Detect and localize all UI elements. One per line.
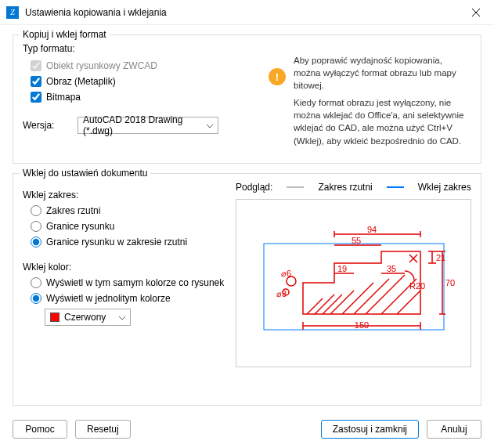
radio-viewport-range-input[interactable] xyxy=(31,205,41,216)
svg-text:⌀3: ⌀3 xyxy=(276,289,287,298)
legend-viewport-label: Zakres rzutni xyxy=(318,182,372,193)
radio-drawing-bounds-input[interactable] xyxy=(31,221,41,232)
window-title: Ustawienia kopiowania i wklejania xyxy=(25,7,458,18)
radio-drawing-bounds-label: Granice rysunku xyxy=(46,221,114,232)
svg-text:21: 21 xyxy=(436,253,445,262)
radio-drawing-bounds-in-viewport-input[interactable] xyxy=(31,237,41,247)
radio-same-color[interactable]: Wyświetl w tym samym kolorze co rysunek xyxy=(31,277,226,288)
svg-text:35: 35 xyxy=(386,264,395,273)
group-paste-settings-title: Wklej do ustawień dokumentu xyxy=(20,168,150,179)
paste-color-label: Wklej kolor: xyxy=(23,262,226,273)
color-dropdown[interactable]: Czerwony xyxy=(45,309,131,326)
svg-text:94: 94 xyxy=(366,225,376,234)
svg-text:55: 55 xyxy=(351,236,360,245)
titlebar: Z Ustawienia kopiowania i wklejania xyxy=(0,0,494,25)
checkbox-bitmap-input[interactable] xyxy=(31,92,41,103)
close-icon xyxy=(472,9,480,16)
group-copy-format: Kopiuj i wklej format Typ formatu: Obiek… xyxy=(13,34,481,164)
apply-close-button[interactable]: Zastosuj i zamknij xyxy=(321,420,419,439)
checkbox-metafile[interactable]: Obraz (Metaplik) xyxy=(31,76,258,87)
radio-uniform-color-input[interactable] xyxy=(31,293,41,304)
color-dropdown-value: Czerwony xyxy=(64,312,106,323)
radio-same-color-label: Wyświetl w tym samym kolorze co rysunek xyxy=(46,277,224,288)
svg-text:19: 19 xyxy=(337,264,346,273)
svg-line-3 xyxy=(323,294,342,314)
info-text-line1: Aby poprawić wydajność kopiowania, można… xyxy=(294,54,471,92)
button-bar: Pomoc Resetuj Zastosuj i zamknij Anuluj xyxy=(13,415,481,439)
preview-label: Podgląd: xyxy=(236,182,272,193)
color-swatch-icon xyxy=(50,313,59,322)
radio-uniform-color[interactable]: Wyświetl w jednolitym kolorze xyxy=(31,293,226,304)
lightbulb-icon: ! xyxy=(269,68,286,85)
dialog-window: Z Ustawienia kopiowania i wklejania Kopi… xyxy=(0,0,494,448)
checkbox-bitmap-label: Bitmapa xyxy=(46,92,81,103)
chevron-down-icon xyxy=(119,312,125,323)
svg-text:R20: R20 xyxy=(409,281,425,291)
checkbox-zwcad-object-label: Obiekt rysunkowy ZWCAD xyxy=(46,60,157,71)
version-label: Wersja: xyxy=(23,120,70,131)
legend-swatch-viewport xyxy=(287,186,304,188)
checkbox-metafile-input[interactable] xyxy=(31,76,41,87)
group-copy-format-title: Kopiuj i wklej format xyxy=(20,29,110,40)
preview-drawing-icon: 94 55 19 35 R20 21 70 150 ⌀6 ⌀3 xyxy=(248,220,460,345)
checkbox-bitmap[interactable]: Bitmapa xyxy=(31,92,258,103)
cancel-button[interactable]: Anuluj xyxy=(427,420,481,439)
svg-text:⌀6: ⌀6 xyxy=(281,269,291,278)
close-button[interactable] xyxy=(458,0,494,25)
svg-line-7 xyxy=(366,275,405,314)
legend-paste-label: Wklej zakres xyxy=(418,182,471,193)
checkbox-zwcad-object-input xyxy=(31,60,41,71)
dialog-content: Kopiuj i wklej format Typ formatu: Obiek… xyxy=(0,25,494,448)
format-type-label: Typ formatu: xyxy=(23,43,258,54)
chevron-down-icon xyxy=(207,120,213,131)
version-dropdown-value: AutoCAD 2018 Drawing (*.dwg) xyxy=(83,114,207,136)
svg-text:70: 70 xyxy=(445,278,455,287)
info-text-line2: Kiedy format obrazu jest wyłączony, nie … xyxy=(294,96,471,146)
radio-same-color-input[interactable] xyxy=(31,277,41,288)
radio-drawing-bounds-in-viewport-label: Granice rysunku w zakresie rzutni xyxy=(46,237,187,247)
reset-button[interactable]: Resetuj xyxy=(75,420,131,439)
preview-canvas: 94 55 19 35 R20 21 70 150 ⌀6 ⌀3 xyxy=(236,199,471,367)
info-text: Aby poprawić wydajność kopiowania, można… xyxy=(294,54,471,152)
radio-drawing-bounds-in-viewport[interactable]: Granice rysunku w zakresie rzutni xyxy=(31,237,226,247)
group-paste-settings: Wklej do ustawień dokumentu Wklej zakres… xyxy=(13,173,481,406)
legend-swatch-paste xyxy=(387,186,404,188)
checkbox-zwcad-object: Obiekt rysunkowy ZWCAD xyxy=(31,60,258,71)
radio-uniform-color-label: Wyświetl w jednolitym kolorze xyxy=(46,293,171,304)
svg-line-1 xyxy=(307,298,323,314)
help-button[interactable]: Pomoc xyxy=(13,420,67,439)
version-dropdown[interactable]: AutoCAD 2018 Drawing (*.dwg) xyxy=(78,117,218,134)
checkbox-metafile-label: Obraz (Metaplik) xyxy=(46,76,116,87)
svg-text:150: 150 xyxy=(354,320,368,330)
radio-viewport-range[interactable]: Zakres rzutni xyxy=(31,205,226,216)
paste-range-label: Wklej zakres: xyxy=(23,190,226,201)
radio-viewport-range-label: Zakres rzutni xyxy=(46,205,100,216)
radio-drawing-bounds[interactable]: Granice rysunku xyxy=(31,221,226,232)
app-icon: Z xyxy=(6,6,19,19)
svg-line-2 xyxy=(315,294,334,314)
